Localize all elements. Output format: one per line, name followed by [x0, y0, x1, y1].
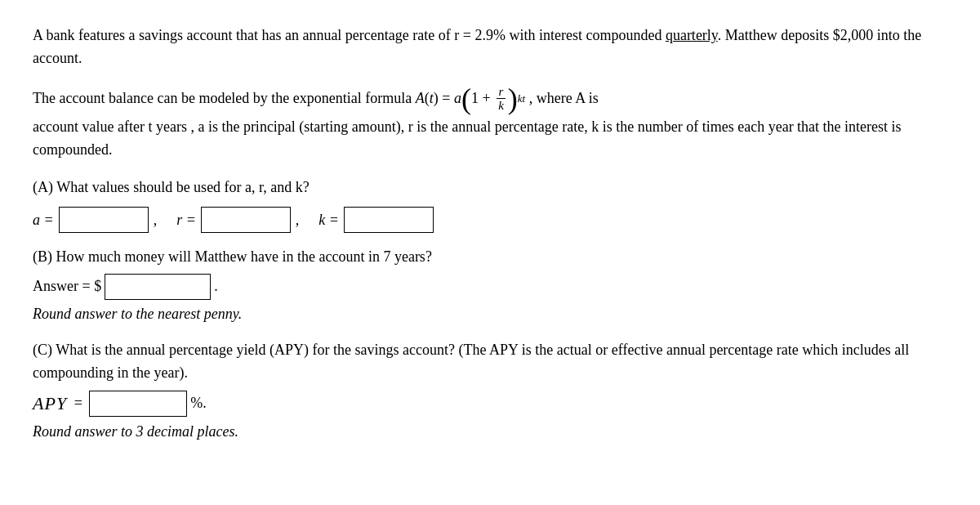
a-input-box[interactable]: [59, 207, 149, 233]
r-comma: ,: [296, 209, 300, 232]
fraction-r-over-k: rk: [496, 85, 506, 113]
formula-prefix: The account balance can be modeled by th…: [33, 87, 412, 110]
numerator-r: r: [497, 85, 506, 100]
exponent-kt: kt: [518, 91, 525, 107]
description-text: account value after t years , a is the p…: [33, 118, 902, 158]
intro-text: A bank features a savings account that h…: [33, 27, 454, 43]
round-decimal-note: Round answer to 3 decimal places.: [33, 421, 947, 444]
part-b-answer-row: Answer = $ .: [33, 274, 947, 300]
formula-expression: A(t) = a(1 + rk)kt: [416, 85, 525, 113]
r-value: r = 2.9%: [454, 27, 506, 43]
k-label: k =: [318, 209, 339, 232]
round-penny-note: Round answer to the nearest penny.: [33, 303, 947, 326]
intro-text2: with interest compounded: [506, 27, 666, 43]
k-input-box[interactable]: [344, 207, 434, 233]
intro-paragraph: A bank features a savings account that h…: [33, 25, 947, 70]
a-label: a =: [33, 209, 54, 232]
part-a-label: (A) What values should be used for a, r,…: [33, 177, 947, 199]
apy-suffix: %.: [190, 392, 207, 415]
part-c-answer-row: APY = %.: [33, 390, 947, 418]
right-paren: ): [508, 86, 518, 112]
denominator-k: k: [496, 99, 506, 113]
r-input-group: r = ,: [176, 207, 299, 233]
formula-line: The account balance can be modeled by th…: [33, 85, 947, 113]
formula-suffix-text: , where A is: [529, 87, 599, 110]
apy-label: APY: [33, 390, 67, 418]
b-input-box[interactable]: [105, 274, 211, 300]
r-label: r =: [176, 209, 196, 232]
r-input-box[interactable]: [201, 207, 291, 233]
description-paragraph: account value after t years , a is the p…: [33, 116, 947, 162]
part-c-label: (C) What is the annual percentage yield …: [33, 339, 947, 385]
part-a-inputs: a = , r = , k =: [33, 207, 947, 233]
a-input-group: a = ,: [33, 207, 157, 233]
left-paren: (: [461, 86, 471, 112]
apy-input-box[interactable]: [89, 391, 187, 417]
equals-sign: =: [70, 392, 86, 415]
part-b-label: (B) How much money will Matthew have in …: [33, 246, 947, 269]
formula-t: t: [430, 87, 434, 110]
formula-At: A: [416, 87, 425, 110]
answer-label: Answer = $: [33, 275, 101, 298]
period: .: [214, 275, 218, 298]
k-input-group: k =: [318, 207, 434, 233]
formula-a: a: [454, 87, 461, 110]
compounded-word: quarterly: [666, 27, 718, 43]
a-comma: ,: [154, 209, 158, 232]
